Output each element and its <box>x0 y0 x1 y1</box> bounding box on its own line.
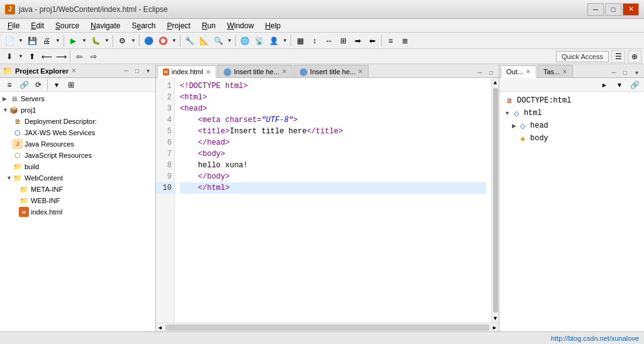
save-dropdown[interactable]: ▼ <box>54 34 62 48</box>
menu-file[interactable]: File <box>3 19 25 32</box>
editor-scrollbar[interactable]: ▲ ▼ <box>491 78 499 323</box>
outline-minimize-button[interactable]: ─ <box>609 67 619 77</box>
next-edit-button[interactable]: ⟶ <box>54 50 68 64</box>
pe-link-button[interactable]: 🔗 <box>17 78 31 92</box>
outline-head[interactable]: ▶ ◇ head <box>499 119 644 132</box>
tree-item-webinf[interactable]: ▶ 📁 WEB-INF <box>0 195 155 206</box>
quick-access-input[interactable]: Quick Access <box>556 51 609 62</box>
outline-tab-close[interactable]: ✕ <box>526 69 531 75</box>
print-button[interactable]: 🖨 <box>40 34 53 48</box>
editor-minimize-button[interactable]: ─ <box>475 67 485 77</box>
outline-body[interactable]: ▶ ◈ body <box>499 132 644 145</box>
run-button[interactable]: ▶ <box>66 34 80 48</box>
tree-item-metainf[interactable]: ▶ 📁 META-INF <box>0 184 155 195</box>
tree-item-java-resources[interactable]: ▶ J Java Resources <box>0 138 155 150</box>
tree-item-index-html[interactable]: ▶ H index.html <box>0 206 155 218</box>
pe-filter-button[interactable]: ▾ <box>50 78 64 92</box>
outline-doctype[interactable]: 🗎 DOCTYPE:html <box>499 94 644 107</box>
new-dropdown[interactable]: ▼ <box>17 34 25 48</box>
scroll-up-button[interactable]: ▲ <box>491 78 499 87</box>
button-f[interactable]: 🌐 <box>238 34 252 48</box>
editor-hscroll[interactable]: ◄ ► <box>156 323 499 331</box>
pe-minimize-button[interactable]: ─ <box>121 66 131 76</box>
debug-button[interactable]: 🐛 <box>89 34 103 48</box>
button-m[interactable]: ➡ <box>351 34 365 48</box>
forward-button[interactable]: ⬆ <box>25 50 39 64</box>
button-h-dropdown[interactable]: ▼ <box>281 34 289 48</box>
menu-edit[interactable]: Edit <box>26 19 49 32</box>
tab-close-1[interactable]: ✕ <box>282 68 287 75</box>
tree-item-servers[interactable]: ▶ 🖥 Servers <box>0 93 155 104</box>
code-content[interactable]: <!DOCTYPE html> <html> <head> <meta char… <box>175 78 491 323</box>
outline-tb-btn1[interactable]: ▸ <box>597 78 611 92</box>
hscroll-left-button[interactable]: ◄ <box>156 325 164 331</box>
button-p[interactable]: ≣ <box>398 34 412 48</box>
tab-close-2[interactable]: ✕ <box>358 68 363 75</box>
button-o[interactable]: ≡ <box>384 34 397 48</box>
pe-collapse-button[interactable]: ≡ <box>3 78 16 92</box>
tree-item-proj1[interactable]: ▼ 📦 proj1 <box>0 104 155 116</box>
close-icon[interactable]: ✕ <box>71 67 76 74</box>
editor-maximize-button[interactable]: □ <box>486 67 496 77</box>
button-c-dropdown[interactable]: ▼ <box>226 34 233 48</box>
editor-tab-1[interactable]: ⬤ Insert title he... ✕ <box>218 65 292 77</box>
editor-tab-2[interactable]: ⬤ Insert title he... ✕ <box>294 65 369 77</box>
menu-run[interactable]: Run <box>197 19 221 32</box>
button-l[interactable]: ⊞ <box>336 34 350 48</box>
scroll-down-button[interactable]: ▼ <box>491 314 499 323</box>
outline-html[interactable]: ▼ ◇ html <box>499 107 644 119</box>
tab-close-0[interactable]: ✕ <box>206 69 211 75</box>
back-dropdown[interactable]: ▼ <box>17 50 25 64</box>
button-b-dropdown[interactable]: ▼ <box>170 34 178 48</box>
pe-maximize-button[interactable]: □ <box>132 66 142 76</box>
button-h[interactable]: 👤 <box>267 34 280 48</box>
button-a[interactable]: 🔵 <box>142 34 155 48</box>
tree-item-build[interactable]: ▶ 📁 build <box>0 161 155 172</box>
menu-source[interactable]: Source <box>50 19 84 32</box>
open-perspective-button[interactable]: ☰ <box>611 50 625 63</box>
pe-sync-button[interactable]: ⟳ <box>31 78 45 92</box>
toggle-button-1[interactable]: ⇦ <box>72 50 86 64</box>
save-button[interactable]: 💾 <box>25 34 39 48</box>
button-i[interactable]: ▦ <box>293 34 307 48</box>
maximize-button[interactable]: □ <box>605 3 621 16</box>
debug-dropdown[interactable]: ▼ <box>103 34 111 48</box>
pe-expand-button[interactable]: ⊞ <box>64 78 78 92</box>
tree-item-jaxws[interactable]: ▶ ⬡ JAX-WS Web Services <box>0 127 155 138</box>
hscroll-thumb[interactable] <box>165 325 489 331</box>
hscroll-right-button[interactable]: ► <box>491 325 499 331</box>
menu-search[interactable]: Search <box>126 19 160 32</box>
back-button[interactable]: ⬇ <box>3 50 16 64</box>
tasks-tab-close[interactable]: ✕ <box>562 69 567 75</box>
button-g[interactable]: 📡 <box>252 34 266 48</box>
scroll-thumb[interactable] <box>493 88 498 313</box>
prev-edit-button[interactable]: ⟵ <box>40 50 53 64</box>
button-n[interactable]: ⬅ <box>365 34 379 48</box>
pe-view-menu-button[interactable]: ▾ <box>143 66 153 76</box>
tree-item-js-resources[interactable]: ▶ ⬡ JavaScript Resources <box>0 150 155 161</box>
menu-navigate[interactable]: Navigate <box>86 19 125 32</box>
minimize-button[interactable]: ─ <box>587 3 604 16</box>
toggle-button-2[interactable]: ⇨ <box>87 50 101 64</box>
external-tools-button[interactable]: ⚙ <box>115 34 129 48</box>
menu-window[interactable]: Window <box>222 19 259 32</box>
external-tools-dropdown[interactable]: ▼ <box>130 34 137 48</box>
menu-project[interactable]: Project <box>162 19 196 32</box>
button-k[interactable]: ↔ <box>322 34 336 48</box>
outline-link-button[interactable]: 🔗 <box>628 78 641 92</box>
run-dropdown[interactable]: ▼ <box>80 34 88 48</box>
button-j[interactable]: ↕ <box>308 34 321 48</box>
editor-tab-0[interactable]: H index.html ✕ <box>157 65 216 78</box>
new-button[interactable]: 📄 <box>3 34 16 48</box>
tree-item-webcontent[interactable]: ▼ 📁 WebContent <box>0 172 155 184</box>
perspective-icon-1[interactable]: ⊕ <box>628 50 641 63</box>
button-e[interactable]: 🔍 <box>211 34 225 48</box>
outline-maximize-button[interactable]: □ <box>620 67 630 77</box>
button-b[interactable]: ⭕ <box>156 34 170 48</box>
outline-collapse-button[interactable]: ▾ <box>613 78 626 92</box>
tasks-tab[interactable]: Tas... ✕ <box>538 65 573 77</box>
button-c[interactable]: 🔧 <box>182 34 196 48</box>
button-d[interactable]: 📐 <box>197 34 211 48</box>
code-editor[interactable]: 1 2 3 4 5 6 7 8 9 10 <!DOCTYPE html> <ht… <box>156 78 499 323</box>
outline-view-menu-button[interactable]: ▾ <box>631 67 641 77</box>
